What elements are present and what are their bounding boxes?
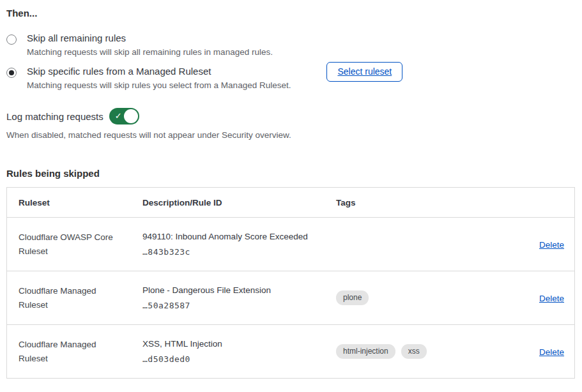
- rules-being-skipped-table: Ruleset Description/Rule ID Tags Cloudfl…: [6, 187, 575, 379]
- column-header-actions: [528, 196, 574, 209]
- option-skip-all-body: Skip all remaining rules Matching reques…: [27, 33, 273, 57]
- rules-being-skipped-heading: Rules being skipped: [6, 168, 575, 179]
- column-header-ruleset: Ruleset: [7, 192, 142, 214]
- tag-pill: xss: [401, 344, 427, 358]
- log-matching-requests-label: Log matching requests: [6, 111, 103, 122]
- rule-actions-cell: Delete: [528, 340, 582, 364]
- ruleset-name: Cloudflare Managed Ruleset: [7, 278, 142, 318]
- log-matching-requests-toggle[interactable]: ✓: [109, 108, 139, 124]
- table-header-row: Ruleset Description/Rule ID Tags: [7, 188, 574, 217]
- ruleset-name: Cloudflare Managed Ruleset: [7, 331, 142, 372]
- action-options: Skip all remaining rules Matching reques…: [6, 33, 575, 90]
- option-skip-specific-rules: Skip specific rules from a Managed Rules…: [6, 66, 291, 90]
- skip-specific-rules-description: Matching requests will skip rules you se…: [27, 80, 291, 90]
- rule-description-cell: 949110: Inbound Anomaly Score Exceeded ……: [142, 225, 336, 263]
- delete-rule-link[interactable]: Delete: [539, 347, 564, 357]
- rule-description: 949110: Inbound Anomaly Score Exceeded: [142, 232, 336, 241]
- table-row: Cloudflare OWASP Core Ruleset 949110: In…: [7, 217, 574, 271]
- delete-rule-link[interactable]: Delete: [539, 240, 564, 250]
- column-header-description: Description/Rule ID: [142, 192, 336, 214]
- skip-specific-rules-radio[interactable]: [6, 68, 17, 78]
- select-ruleset-button[interactable]: Select ruleset: [326, 62, 402, 82]
- waf-rule-config-panel: Then... Skip all remaining rules Matchin…: [0, 0, 582, 379]
- tag-pill: plone: [336, 290, 369, 305]
- option-skip-specific-row: Skip specific rules from a Managed Rules…: [6, 66, 575, 90]
- delete-rule-link[interactable]: Delete: [539, 294, 564, 303]
- rule-actions-cell: Delete: [528, 286, 582, 310]
- rule-description-cell: XSS, HTML Injection …d503ded0: [142, 333, 336, 370]
- skip-specific-rules-label[interactable]: Skip specific rules from a Managed Rules…: [27, 66, 291, 77]
- table-row: Cloudflare Managed Ruleset XSS, HTML Inj…: [7, 324, 574, 378]
- rule-id: …843b323c: [142, 247, 336, 257]
- option-skip-all-rules: Skip all remaining rules Matching reques…: [6, 33, 575, 57]
- skip-all-rules-radio[interactable]: [6, 34, 17, 45]
- ruleset-name: Cloudflare OWASP Core Ruleset: [7, 224, 142, 264]
- rule-actions-cell: Delete: [528, 232, 582, 257]
- table-row: Cloudflare Managed Ruleset Plone - Dange…: [7, 271, 574, 324]
- rule-id: …50a28587: [142, 301, 336, 310]
- rule-description: XSS, HTML Injection: [142, 339, 336, 349]
- rule-tags-cell: plone: [336, 284, 528, 311]
- rule-tags-cell: [336, 238, 528, 251]
- rule-description-cell: Plone - Dangerous File Extension …50a285…: [142, 279, 336, 317]
- log-matching-requests-row: Log matching requests ✓: [6, 108, 575, 124]
- then-heading: Then...: [6, 8, 575, 19]
- skip-all-rules-label[interactable]: Skip all remaining rules: [27, 33, 273, 43]
- option-skip-specific-body: Skip specific rules from a Managed Rules…: [27, 66, 291, 90]
- check-icon: ✓: [115, 111, 122, 121]
- skip-all-rules-description: Matching requests will skip all remainin…: [27, 47, 273, 57]
- log-matching-requests-description: When disabled, matched requests will not…: [6, 130, 575, 140]
- rule-description: Plone - Dangerous File Extension: [142, 285, 336, 295]
- rule-tags-cell: html-injection xss: [336, 338, 528, 365]
- select-ruleset-button-label: Select ruleset: [337, 66, 392, 77]
- tag-pill: html-injection: [336, 344, 395, 358]
- column-header-tags: Tags: [336, 192, 528, 214]
- toggle-knob: [124, 109, 138, 123]
- rule-id: …d503ded0: [142, 354, 336, 364]
